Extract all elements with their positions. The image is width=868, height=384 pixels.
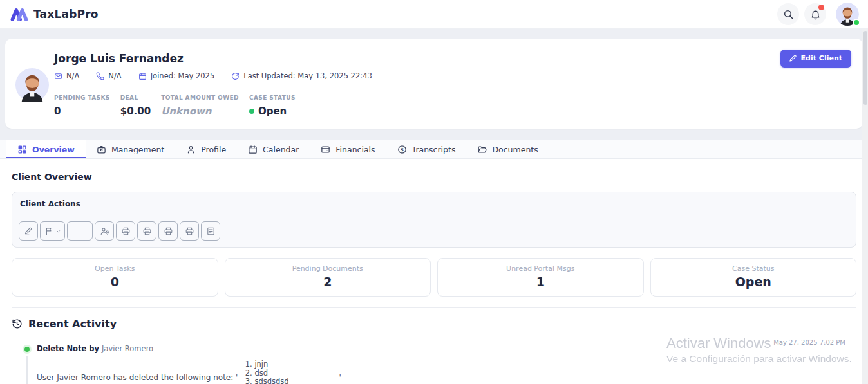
card-case-status: Case Status Open [650, 258, 857, 297]
client-name: Jorge Luis Fernandez [54, 52, 184, 65]
card-pending-documents: Pending Documents 2 [225, 258, 431, 297]
blank-action-button[interactable] [67, 221, 93, 241]
client-actions-row [12, 215, 856, 247]
assign-user-icon [100, 226, 109, 236]
printer-icon [185, 226, 194, 236]
client-joined: Joined: May 2025 [138, 71, 215, 80]
svg-text:$: $ [401, 147, 404, 152]
tab-transcripts[interactable]: $ Transcripts [386, 140, 467, 158]
status-green-dot [249, 109, 254, 114]
overview-stat-cards: Open Tasks 0 Pending Documents 2 Unread … [12, 258, 856, 297]
printer-icon [121, 226, 131, 236]
pencil-icon [789, 55, 797, 62]
tab-documents[interactable]: Documents [466, 140, 549, 158]
tab-profile[interactable]: Profile [175, 140, 237, 158]
topbar: TaxLabPro [0, 0, 868, 29]
edit-note-action-button[interactable] [19, 221, 38, 241]
note-list-item: sdsdsdsd [254, 378, 288, 384]
activity-user: Javier Romero [102, 344, 153, 353]
panel-title: Client Overview [12, 172, 856, 182]
stat-case-status: CASE STATUS Open [249, 95, 296, 117]
activity-green-dot [24, 347, 30, 352]
activity-note: User Javier Romero has deleted the follo… [37, 360, 856, 384]
person-icon [186, 145, 196, 154]
print-action-button-4[interactable] [180, 221, 199, 241]
tab-calendar[interactable]: Calendar [237, 140, 310, 158]
bell-icon [810, 9, 821, 20]
search-icon [783, 9, 794, 20]
client-phone: N/A [96, 71, 121, 80]
folder-icon [477, 145, 487, 154]
activity-timeline-line [26, 356, 28, 384]
client-email: N/A [54, 71, 79, 80]
note-list-item: dsd [254, 369, 288, 378]
print-action-button-1[interactable] [116, 221, 135, 241]
user-avatar[interactable] [836, 3, 859, 26]
history-clock-icon [12, 318, 23, 329]
client-actions-title: Client Actions [12, 192, 856, 215]
stat-pending-tasks: PENDING TASKS 0 [54, 95, 110, 117]
notification-badge [818, 5, 824, 10]
briefcase-icon [97, 145, 106, 154]
dollar-circle-icon: $ [397, 145, 407, 154]
calendar-icon [248, 145, 258, 154]
taxlabpro-logo-icon [10, 8, 28, 21]
activity-note-suffix: ' [339, 373, 341, 382]
stat-deal: DEAL $0.00 [120, 95, 151, 117]
notes-icon [206, 226, 216, 236]
pencil-underline-icon [24, 226, 33, 236]
calendar-icon [138, 72, 147, 80]
card-unread-portal-msgs: Unread Portal Msgs 1 [437, 258, 644, 297]
recent-activity-header: Recent Activity [12, 318, 856, 330]
chevron-down-icon [54, 229, 61, 233]
client-stats-row: PENDING TASKS 0 DEAL $0.00 TOTAL AMOUNT … [54, 95, 296, 117]
flag-dropdown-action-button[interactable] [40, 221, 65, 241]
edit-client-button[interactable]: Edit Client [780, 50, 851, 68]
refresh-clock-icon [231, 72, 240, 80]
notifications-button[interactable] [804, 3, 826, 25]
flag-icon [44, 226, 54, 236]
credit-card-icon [321, 145, 330, 154]
card-open-tasks: Open Tasks 0 [12, 258, 218, 297]
assign-user-action-button[interactable] [95, 221, 114, 241]
tab-overview[interactable]: Overview [6, 140, 86, 158]
client-last-updated: Last Updated: May 13, 2025 22:43 [231, 71, 372, 80]
brand-title: TaxLabPro [33, 8, 99, 21]
dashboard-grid-icon [17, 145, 27, 154]
activity-note-list: jnjn dsd sdsdsdsd sdsds [241, 360, 288, 384]
vertical-scrollbar[interactable] [862, 29, 868, 384]
section-divider [12, 307, 856, 308]
activity-timestamp: May 27, 2025 7:02 PM [773, 339, 845, 346]
note-list-item: jnjn [254, 360, 288, 369]
recent-activity-title: Recent Activity [28, 318, 117, 330]
stat-total-amount-owed: TOTAL AMOUNT OWED Unknown [161, 95, 239, 117]
tab-management[interactable]: Management [86, 140, 175, 158]
tab-financials[interactable]: Financials [310, 140, 386, 158]
activity-item-title: Delete Note by Javier Romero [37, 344, 856, 353]
activity-note-prefix: User Javier Romero has deleted the follo… [37, 373, 238, 382]
print-action-button-3[interactable] [158, 221, 178, 241]
online-status-dot [853, 19, 860, 26]
activity-item: Delete Note by Javier Romero User Javier… [12, 344, 856, 384]
phone-icon [96, 72, 104, 80]
client-avatar [15, 68, 49, 102]
printer-icon [142, 226, 152, 236]
overview-panel: Client Overview Client Actions [0, 159, 868, 384]
search-button[interactable] [777, 3, 799, 25]
topbar-actions [777, 3, 859, 26]
printer-icon [164, 226, 173, 236]
notes-action-button[interactable] [201, 221, 220, 241]
client-header-card: Jorge Luis Fernandez N/A N/A Joined: May… [5, 39, 863, 129]
client-meta-row: N/A N/A Joined: May 2025 Last Updated: M… [54, 71, 372, 80]
client-actions-box: Client Actions [12, 192, 856, 248]
envelope-icon [54, 72, 62, 80]
client-tabbar: Overview Management Profile Calendar Fin… [0, 140, 868, 159]
scrollbar-thumb[interactable] [863, 31, 867, 105]
print-action-button-2[interactable] [137, 221, 156, 241]
